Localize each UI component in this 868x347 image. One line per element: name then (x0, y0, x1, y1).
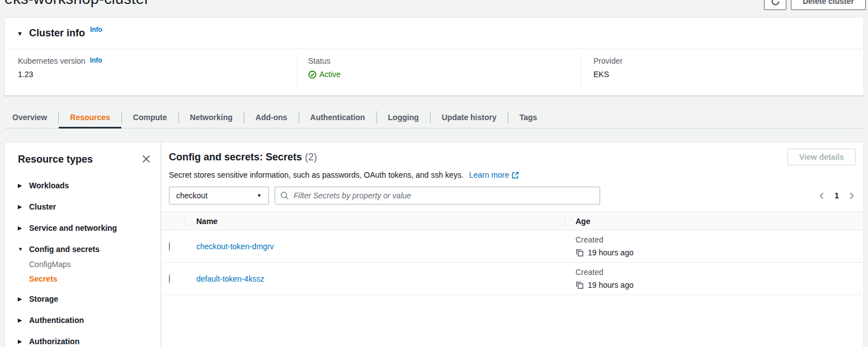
sidebar-item-label: Storage (29, 294, 58, 303)
sidebar-item-label: Config and secrets (29, 245, 100, 254)
secrets-description: Secret stores sensitive information, suc… (169, 170, 856, 179)
config-and-secrets-sublist: ConfigMaps Secrets (29, 260, 161, 283)
refresh-icon (771, 0, 780, 6)
sidebar-item-cluster[interactable]: ▶ Cluster (18, 202, 161, 211)
sidebar-item-secrets[interactable]: Secrets (29, 274, 161, 283)
table-header: Name Age (161, 212, 864, 230)
column-divider (297, 53, 298, 87)
page-title: eks-workshop-cluster (4, 0, 149, 8)
chevron-right-icon: ▶ (18, 339, 23, 344)
secrets-pane-title: Config and secrets: Secrets (2) (169, 151, 317, 163)
search-icon (280, 191, 289, 200)
header-actions: Delete cluster (764, 0, 866, 10)
refresh-button[interactable] (764, 0, 786, 10)
section-collapse-icon[interactable]: ▼ (17, 30, 23, 37)
filter-row: checkout ▼ 1 (169, 187, 856, 205)
tab-update-history[interactable]: Update history (431, 106, 508, 128)
kubernetes-version-field: Kubernetes version Info 1.23 (18, 56, 102, 79)
tab-networking[interactable]: Networking (179, 106, 244, 128)
view-details-button[interactable]: View details (787, 149, 856, 165)
secret-name-link[interactable]: default-token-4kssz (196, 274, 264, 283)
column-divider (581, 53, 581, 87)
secrets-description-text: Secret stores sensitive information, suc… (169, 170, 464, 179)
sidebar-item-storage[interactable]: ▶ Storage (18, 294, 161, 303)
chevron-right-icon[interactable] (847, 192, 856, 200)
provider-value: EKS (593, 70, 622, 79)
cluster-tabs: Overview Resources Compute Networking Ad… (4, 106, 864, 129)
namespace-dropdown[interactable]: checkout ▼ (169, 187, 269, 205)
external-link-icon (512, 172, 519, 179)
kubernetes-version-info-link[interactable]: Info (90, 56, 102, 64)
sidebar-item-authentication[interactable]: ▶ Authentication (18, 316, 161, 325)
delete-cluster-button[interactable]: Delete cluster (791, 0, 866, 10)
current-page[interactable]: 1 (834, 191, 839, 200)
age-cell: Created 19 hours ago (565, 235, 864, 257)
sidebar-item-label: Service and networking (29, 224, 117, 232)
tab-compute[interactable]: Compute (122, 106, 178, 128)
secrets-pane: Config and secrets: Secrets (2) View det… (161, 142, 864, 347)
cluster-info-header[interactable]: ▼ Cluster info Info (4, 18, 864, 49)
name-column-header[interactable]: Name (185, 217, 565, 226)
age-column-header[interactable]: Age (565, 217, 864, 226)
status-value: Active (319, 70, 341, 79)
sidebar-item-authorization[interactable]: ▶ Authorization (18, 337, 161, 346)
secrets-filter-input[interactable] (294, 191, 595, 200)
table-row: default-token-4kssz Created 19 hours ago (161, 263, 864, 295)
sidebar-item-label: Workloads (29, 181, 69, 190)
cluster-info-title: Cluster info (29, 27, 85, 39)
cluster-info-body: Kubernetes version Info 1.23 Status Acti… (4, 49, 864, 95)
tab-add-ons[interactable]: Add-ons (244, 106, 299, 128)
age-cell: Created 19 hours ago (565, 268, 864, 289)
tab-overview[interactable]: Overview (4, 106, 58, 128)
provider-field: Provider EKS (593, 56, 622, 79)
status-label: Status (308, 56, 331, 65)
sidebar-item-label: Authentication (29, 316, 84, 325)
secret-name-link[interactable]: checkout-token-dmgrv (196, 242, 274, 251)
tab-tags[interactable]: Tags (508, 106, 549, 128)
chevron-right-icon: ▶ (18, 317, 23, 323)
sidebar-item-label: Cluster (29, 202, 56, 211)
learn-more-link[interactable]: Learn more (469, 170, 520, 179)
resource-types-title: Resource types (4, 142, 161, 165)
provider-label: Provider (593, 56, 622, 65)
sidebar-item-workloads[interactable]: ▶ Workloads (18, 181, 161, 190)
copy-icon[interactable] (575, 281, 584, 289)
copy-icon[interactable] (575, 249, 584, 257)
status-field: Status Active (308, 56, 341, 79)
age-created-label: Created (575, 268, 864, 277)
secrets-filter-field[interactable] (275, 187, 600, 205)
chevron-right-icon: ▶ (18, 183, 23, 188)
chevron-down-icon: ▼ (18, 246, 23, 252)
cluster-info-card: ▼ Cluster info Info Kubernetes version I… (4, 18, 864, 96)
resource-types-sidebar: Resource types ▶ Workloads ▶ Cluster ▶ S… (4, 142, 161, 347)
chevron-right-icon: ▶ (18, 225, 23, 231)
sidebar-item-configmaps[interactable]: ConfigMaps (29, 260, 161, 269)
kubernetes-version-value: 1.23 (18, 70, 102, 79)
status-active-icon (308, 70, 317, 79)
tab-authentication[interactable]: Authentication (299, 106, 376, 128)
cluster-info-info-link[interactable]: Info (90, 26, 102, 34)
age-value: 19 hours ago (588, 248, 634, 257)
row-radio-button[interactable] (169, 241, 170, 251)
sidebar-item-service-and-networking[interactable]: ▶ Service and networking (18, 224, 161, 232)
kubernetes-version-label: Kubernetes version (18, 56, 86, 65)
chevron-down-icon: ▼ (257, 193, 262, 198)
resource-types-list: ▶ Workloads ▶ Cluster ▶ Service and netw… (4, 181, 161, 346)
tab-logging[interactable]: Logging (377, 106, 430, 128)
age-value: 19 hours ago (588, 281, 634, 289)
secrets-count: (2) (305, 151, 317, 163)
secrets-table: Name Age checkout-token-dmgrv Created (161, 212, 864, 295)
secrets-pane-title-text: Config and secrets: Secrets (169, 151, 302, 163)
chevron-left-icon[interactable] (818, 192, 826, 200)
sidebar-item-label: Authorization (29, 337, 79, 346)
close-icon[interactable] (141, 154, 152, 164)
row-radio-button[interactable] (169, 274, 170, 284)
table-row: checkout-token-dmgrv Created 19 hours ag… (161, 230, 864, 263)
pagination: 1 (818, 191, 856, 200)
chevron-right-icon: ▶ (18, 204, 23, 210)
tab-resources[interactable]: Resources (59, 106, 121, 128)
namespace-dropdown-value: checkout (176, 191, 207, 200)
learn-more-label: Learn more (469, 170, 510, 179)
age-created-label: Created (575, 235, 864, 244)
sidebar-item-config-and-secrets[interactable]: ▼ Config and secrets (18, 245, 161, 254)
